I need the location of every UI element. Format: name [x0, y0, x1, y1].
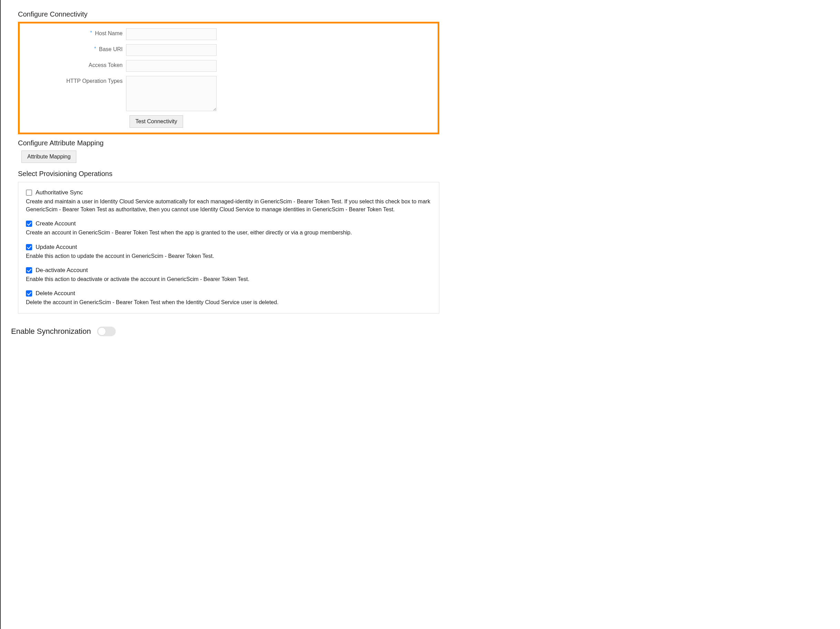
access-token-label-text: Access Token	[89, 62, 123, 68]
op-label-authoritative-sync: Authoritative Sync	[36, 189, 83, 196]
op-item-authoritative-sync: Authoritative Sync Create and maintain a…	[26, 189, 431, 213]
enable-synchronization-label: Enable Synchronization	[11, 327, 91, 336]
access-token-input[interactable]	[126, 60, 216, 72]
op-label-create-account: Create Account	[36, 220, 76, 227]
connectivity-highlight-box: * Host Name * Base URI Access Token HTTP…	[18, 22, 439, 134]
op-label-update-account: Update Account	[36, 244, 77, 251]
checkbox-create-account[interactable]	[26, 221, 32, 227]
select-provisioning-operations-title: Select Provisioning Operations	[18, 170, 439, 178]
op-item-delete-account: Delete Account Delete the account in Gen…	[26, 290, 431, 306]
op-desc-deactivate-account: Enable this action to deactivate or acti…	[26, 275, 431, 283]
http-operation-types-label-text: HTTP Operation Types	[66, 78, 123, 84]
checkbox-update-account[interactable]	[26, 244, 32, 250]
host-name-input[interactable]	[126, 28, 216, 40]
checkbox-delete-account[interactable]	[26, 290, 32, 296]
op-label-deactivate-account: De-activate Account	[36, 267, 88, 274]
op-desc-authoritative-sync: Create and maintain a user in Identity C…	[26, 197, 431, 213]
op-label-delete-account: Delete Account	[36, 290, 75, 297]
configure-connectivity-title: Configure Connectivity	[18, 10, 439, 18]
op-desc-update-account: Enable this action to update the account…	[26, 252, 431, 260]
checkbox-authoritative-sync[interactable]	[26, 189, 32, 196]
op-desc-create-account: Create an account in GenericScim - Beare…	[26, 229, 431, 236]
op-desc-delete-account: Delete the account in GenericScim - Bear…	[26, 298, 431, 306]
provisioning-operations-panel: Authoritative Sync Create and maintain a…	[18, 182, 439, 314]
test-connectivity-button[interactable]: Test Connectivity	[129, 115, 183, 128]
access-token-label: Access Token	[27, 60, 126, 68]
host-name-label: * Host Name	[27, 28, 126, 36]
required-asterisk-icon: *	[94, 46, 96, 51]
op-item-update-account: Update Account Enable this action to upd…	[26, 244, 431, 260]
base-uri-label-text: Base URI	[99, 46, 123, 52]
op-item-deactivate-account: De-activate Account Enable this action t…	[26, 267, 431, 283]
base-uri-input[interactable]	[126, 44, 216, 56]
host-name-label-text: Host Name	[95, 30, 123, 36]
checkbox-deactivate-account[interactable]	[26, 267, 32, 273]
base-uri-label: * Base URI	[27, 44, 126, 52]
http-operation-types-label: HTTP Operation Types	[27, 76, 126, 84]
http-operation-types-input[interactable]	[126, 76, 216, 111]
op-item-create-account: Create Account Create an account in Gene…	[26, 220, 431, 236]
configure-attribute-mapping-title: Configure Attribute Mapping	[18, 139, 439, 147]
enable-synchronization-toggle[interactable]	[97, 326, 116, 336]
toggle-knob-icon	[98, 327, 106, 336]
required-asterisk-icon: *	[90, 30, 92, 35]
attribute-mapping-button[interactable]: Attribute Mapping	[21, 151, 76, 163]
